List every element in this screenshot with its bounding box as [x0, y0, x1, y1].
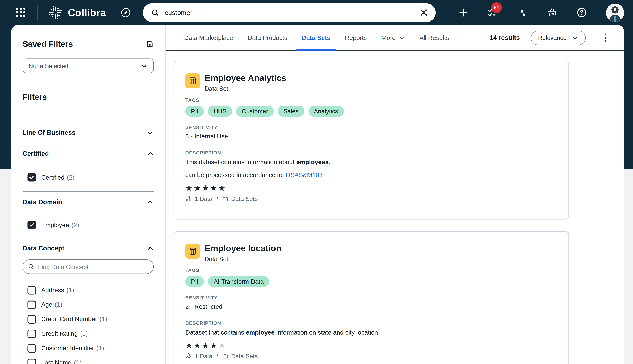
result-tabs: Data Marketplace Data Products Data Sets… — [184, 25, 449, 50]
tab-data-sets[interactable]: Data Sets — [302, 25, 330, 50]
compass-icon[interactable] — [121, 8, 131, 18]
saved-filters-select[interactable]: None Selected — [23, 58, 154, 73]
checkbox-unchecked-icon — [27, 344, 36, 352]
sensitivity-label: SENSITIVITY — [185, 125, 557, 130]
topbar-actions: 51 — [458, 3, 633, 22]
breadcrumb: 1.Data / Data Sets — [185, 353, 557, 360]
user-avatar[interactable] — [606, 3, 624, 22]
result-title[interactable]: Employee location — [205, 243, 281, 254]
chevron-down-icon — [399, 35, 405, 41]
search-icon — [151, 8, 159, 17]
tag-pill: Customer — [236, 106, 274, 117]
breadcrumb-domain[interactable]: Data Sets — [231, 353, 258, 360]
checkbox-credit-card-number[interactable]: Credit Card Number (1) — [27, 314, 154, 324]
find-data-concept-box — [23, 260, 154, 274]
add-icon[interactable] — [458, 8, 468, 18]
data-set-icon — [185, 244, 200, 259]
sensitivity-value: 2 - Restricted — [185, 303, 557, 310]
save-filter-icon[interactable] — [146, 40, 154, 48]
data-set-icon — [185, 74, 200, 88]
domain-icon — [222, 353, 229, 360]
tab-data-marketplace[interactable]: Data Marketplace — [184, 25, 233, 50]
result-card-employee-location[interactable]: Employee location Data Set TAGS PII AI-T… — [174, 231, 569, 364]
breadcrumb-domain[interactable]: Data Sets — [231, 195, 258, 202]
results-list: Employee Analytics Data Set TAGS PII HHS… — [166, 51, 624, 364]
help-icon[interactable] — [576, 7, 587, 18]
checkbox-checked-icon — [27, 173, 36, 182]
tags-label: TAGS — [185, 97, 557, 103]
tag-pill: AI-Transform-Data — [208, 276, 269, 287]
tag-pill: PII — [185, 276, 204, 287]
checkbox-customer-identifier[interactable]: Customer Identifier (1) — [27, 343, 154, 354]
saved-filters-value: None Selected — [29, 62, 68, 69]
collibra-logo[interactable]: Collibra — [48, 5, 106, 20]
activity-icon[interactable] — [517, 7, 528, 18]
collibra-logo-mark-icon — [48, 5, 63, 20]
filter-section-data-concept[interactable]: Data Concept — [23, 238, 154, 259]
top-navigation-bar: Collibra — [0, 0, 633, 25]
policy-link[interactable]: DSAS&M103 — [286, 172, 323, 178]
search-input[interactable] — [165, 9, 419, 16]
tab-more[interactable]: More — [381, 25, 405, 50]
result-card-employee-analytics[interactable]: Employee Analytics Data Set TAGS PII HHS… — [174, 61, 569, 220]
checkbox-unchecked-icon — [27, 358, 36, 364]
tab-reports[interactable]: Reports — [345, 25, 367, 50]
search-results-main: Data Marketplace Data Products Data Sets… — [166, 25, 624, 364]
tasks-count-badge: 51 — [491, 2, 502, 13]
checkbox-unchecked-icon — [27, 300, 36, 309]
collibra-search-page: Collibra — [0, 0, 633, 364]
filter-section-data-domain[interactable]: Data Domain — [23, 192, 154, 213]
sort-select[interactable]: Relevance — [531, 30, 586, 45]
tasks-icon[interactable]: 51 — [487, 7, 498, 18]
global-search-bar — [143, 3, 435, 22]
checkbox-address[interactable]: Address (1) — [27, 285, 154, 295]
chevron-up-icon — [147, 150, 154, 157]
chevron-up-icon — [147, 245, 154, 252]
checkbox-credit-rating[interactable]: Credit Rating (1) — [27, 328, 154, 339]
tag-list: PII AI-Transform-Data — [185, 276, 557, 287]
checkbox-age[interactable]: Age (1) — [27, 300, 154, 310]
tag-pill: Sales — [278, 106, 304, 117]
data-concept-options: Address (1) Age (1) Credit Card Number (… — [23, 285, 154, 364]
find-data-concept-input[interactable] — [38, 263, 149, 270]
sensitivity-value: 3 - Internal Use — [185, 133, 557, 140]
topbar-divider — [37, 5, 38, 20]
chevron-down-icon — [147, 129, 154, 136]
breadcrumb-community[interactable]: 1.Data — [195, 353, 213, 360]
clear-search-icon[interactable] — [419, 8, 428, 17]
domain-icon — [222, 196, 229, 202]
basket-icon[interactable] — [547, 7, 557, 18]
checkbox-checked-icon — [27, 221, 36, 229]
chevron-up-icon — [147, 198, 154, 206]
more-options-kebab-icon[interactable] — [603, 32, 608, 44]
tags-label: TAGS — [185, 268, 557, 273]
tag-pill: HHS — [208, 106, 232, 117]
filters-sidebar: Saved Filters None Selected Filters Line… — [11, 25, 166, 364]
breadcrumb: 1.Data / Data Sets — [185, 195, 557, 202]
description-label: DESCRIPTION — [185, 150, 557, 156]
tab-all-results[interactable]: All Results — [419, 25, 449, 50]
app-grid-icon[interactable] — [16, 8, 26, 17]
checkbox-employee[interactable]: Employee (2) — [27, 221, 154, 229]
checkbox-last-name[interactable]: Last Name (1) — [27, 358, 154, 364]
results-count: 14 results — [490, 34, 520, 41]
checkbox-unchecked-icon — [27, 330, 36, 338]
description-label: DESCRIPTION — [185, 320, 557, 326]
chevron-down-icon — [141, 62, 148, 69]
tag-pill: PII — [185, 106, 204, 117]
breadcrumb-community[interactable]: 1.Data — [195, 195, 213, 202]
rating-stars: ★★★★★ — [185, 341, 557, 350]
tag-list: PII HHS Customer Sales Analytics — [185, 106, 557, 117]
result-title[interactable]: Employee Analytics — [205, 73, 286, 84]
divider — [23, 84, 154, 84]
chevron-down-icon — [571, 34, 578, 41]
filter-section-line-of-business[interactable]: Line Of Business — [23, 122, 154, 143]
saved-filters-title: Saved Filters — [23, 40, 73, 49]
content-sheet: Saved Filters None Selected Filters Line… — [11, 25, 624, 364]
filter-section-certified[interactable]: Certified — [23, 143, 154, 164]
search-icon — [28, 264, 35, 270]
sensitivity-label: SENSITIVITY — [185, 295, 557, 301]
checkbox-certified[interactable]: Certified (2) — [27, 173, 154, 182]
checkbox-unchecked-icon — [27, 286, 36, 294]
tab-data-products[interactable]: Data Products — [248, 25, 287, 50]
